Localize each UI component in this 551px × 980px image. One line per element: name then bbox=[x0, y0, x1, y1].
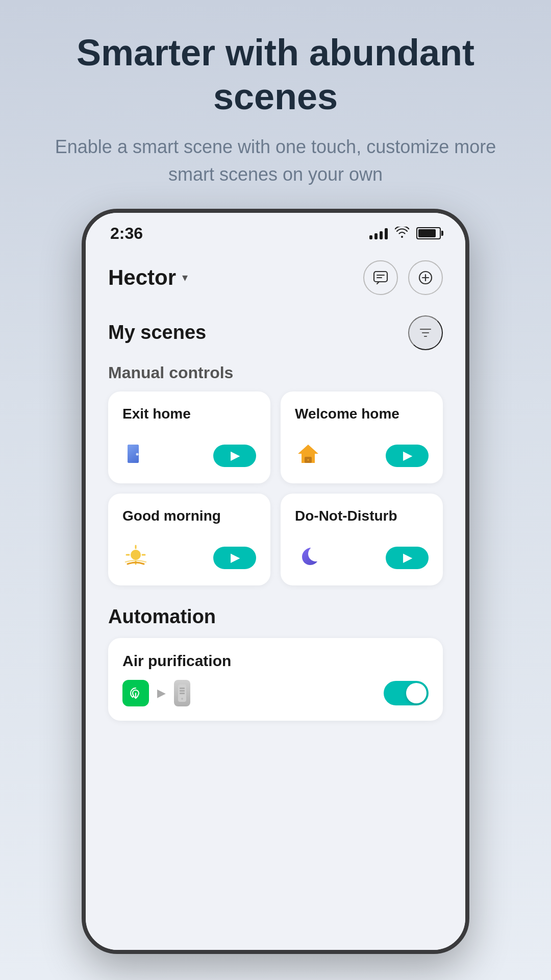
add-button[interactable] bbox=[408, 260, 443, 295]
status-time: 2:36 bbox=[110, 224, 143, 243]
automation-icons-row: ▶ bbox=[122, 680, 190, 706]
do-not-disturb-icon bbox=[295, 543, 321, 573]
good-morning-icon bbox=[122, 543, 149, 573]
scene-card-exit-home[interactable]: Exit home bbox=[108, 391, 270, 483]
automation-source-icon bbox=[122, 680, 149, 706]
svg-point-8 bbox=[136, 453, 139, 455]
svg-point-10 bbox=[308, 459, 309, 460]
my-scenes-header: My scenes bbox=[86, 305, 465, 358]
exit-home-icon bbox=[122, 440, 149, 471]
promo-title: Smarter with abundant scenes bbox=[31, 31, 520, 119]
automation-item-title: Air purification bbox=[122, 652, 429, 670]
scenes-grid: Exit home bbox=[86, 391, 465, 585]
automation-section: Automation Air purification ▶ bbox=[86, 594, 465, 721]
status-icons bbox=[369, 226, 441, 241]
my-scenes-title: My scenes bbox=[108, 322, 206, 344]
scene-card-title: Welcome home bbox=[295, 406, 429, 422]
run-arrow-icon: ▶ bbox=[231, 551, 239, 565]
chevron-down-icon: ▾ bbox=[182, 271, 188, 284]
exit-home-run-button[interactable]: ▶ bbox=[213, 445, 256, 467]
good-morning-run-button[interactable]: ▶ bbox=[213, 547, 256, 569]
automation-arrow-icon: ▶ bbox=[157, 687, 166, 700]
automation-device-icon bbox=[174, 680, 190, 706]
phone-frame: 2:36 Hector ▾ bbox=[82, 209, 469, 954]
svg-point-11 bbox=[131, 550, 141, 560]
run-arrow-icon: ▶ bbox=[403, 449, 412, 462]
messages-button[interactable] bbox=[363, 260, 398, 295]
signal-icon bbox=[369, 227, 388, 239]
user-name: Hector bbox=[108, 265, 176, 290]
toggle-knob bbox=[406, 683, 427, 703]
welcome-home-run-button[interactable]: ▶ bbox=[386, 445, 429, 467]
user-name-dropdown[interactable]: Hector ▾ bbox=[108, 265, 188, 290]
filter-button[interactable] bbox=[408, 315, 443, 350]
wifi-icon bbox=[395, 226, 409, 241]
scene-card-footer: ▶ bbox=[122, 543, 256, 573]
scene-card-do-not-disturb[interactable]: Do-Not-Disturb bbox=[281, 494, 443, 585]
scene-card-title: Good morning bbox=[122, 508, 256, 524]
svg-rect-18 bbox=[180, 690, 185, 692]
air-purification-toggle[interactable] bbox=[384, 681, 429, 705]
app-content: My scenes Manual controls Exit home bbox=[86, 305, 465, 950]
svg-rect-17 bbox=[180, 688, 185, 689]
promo-section: Smarter with abundant scenes Enable a sm… bbox=[0, 0, 551, 209]
status-bar: 2:36 bbox=[86, 213, 465, 248]
header-actions bbox=[363, 260, 443, 295]
svg-rect-0 bbox=[374, 272, 387, 282]
scene-card-footer: ▶ bbox=[122, 440, 256, 471]
scene-card-welcome-home[interactable]: Welcome home ▶ bbox=[281, 391, 443, 483]
scene-card-footer: ▶ bbox=[295, 543, 429, 573]
scene-card-good-morning[interactable]: Good morning ▶ bbox=[108, 494, 270, 585]
svg-rect-19 bbox=[180, 693, 185, 694]
automation-item-footer: ▶ bbox=[122, 680, 429, 706]
scene-card-title: Do-Not-Disturb bbox=[295, 508, 429, 524]
promo-subtitle: Enable a smart scene with one touch, cus… bbox=[31, 133, 520, 188]
scene-card-footer: ▶ bbox=[295, 440, 429, 471]
app-header: Hector ▾ bbox=[86, 248, 465, 305]
welcome-home-icon bbox=[295, 440, 321, 471]
svg-point-20 bbox=[181, 698, 183, 700]
run-arrow-icon: ▶ bbox=[403, 551, 412, 565]
scene-card-title: Exit home bbox=[122, 406, 256, 422]
do-not-disturb-run-button[interactable]: ▶ bbox=[386, 547, 429, 569]
manual-controls-label: Manual controls bbox=[86, 358, 465, 391]
run-arrow-icon: ▶ bbox=[231, 449, 239, 462]
battery-icon bbox=[416, 227, 441, 239]
automation-item-air-purification: Air purification ▶ bbox=[108, 638, 443, 721]
automation-title: Automation bbox=[108, 606, 443, 628]
